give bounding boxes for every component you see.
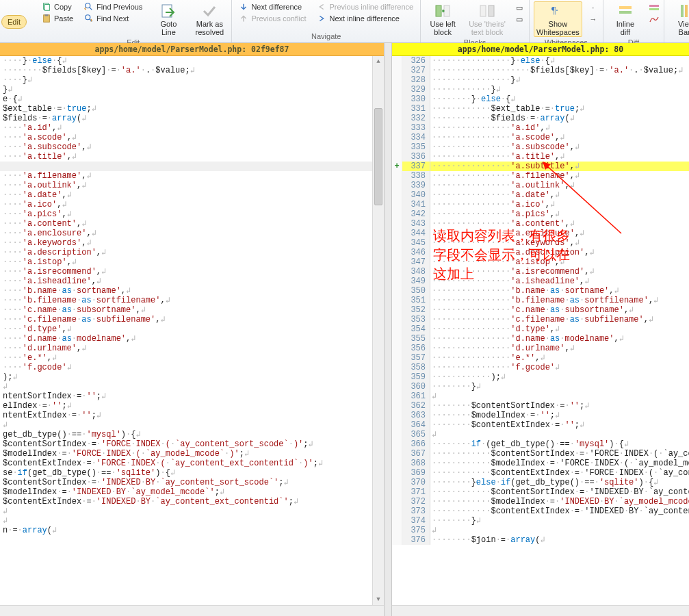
left-horizontal-scrollbar[interactable] [0, 605, 384, 616]
code-line[interactable]: 369············$contentExtIndex·=·'FORCE… [392, 468, 689, 478]
code-line[interactable]: $modelIndex·=·'FORCE·INDEX·(·`ay_model_m… [0, 449, 384, 459]
code-line[interactable]: ↲ [0, 506, 384, 516]
left-vertical-scrollbar[interactable]: ▲ ▼ [372, 56, 384, 605]
edit-mode-pill[interactable]: Edit [1, 15, 27, 29]
next-difference-button[interactable]: Next difference [236, 1, 309, 12]
code-line[interactable]: ····'a.isrecommend',↲ [0, 267, 384, 277]
code-line[interactable]: 374········}↲ [392, 516, 689, 526]
code-line[interactable]: }↲ [0, 85, 384, 94]
code-line[interactable]: 327····················$fields[$key]·=·'… [392, 66, 689, 75]
center-gutter[interactable] [385, 43, 392, 616]
code-line[interactable]: 368············$modelIndex·=·'FORCE·INDE… [392, 459, 689, 468]
code-line[interactable]: $fields·=·array(↲ [0, 114, 384, 123]
code-line[interactable]: 336················'a.title',↲ [392, 152, 689, 162]
code-line[interactable]: 361↲ [392, 392, 689, 401]
code-line[interactable]: 340················'a.date',↲ [392, 190, 689, 200]
code-line[interactable]: ····'a.istop',↲ [0, 257, 384, 267]
ws-mini-2-icon[interactable]: → [588, 14, 599, 25]
code-line[interactable]: 330········}·else·{↲ [392, 94, 689, 104]
code-line[interactable]: $contentExtIndex·=·'INDEXED·BY·`ay_conte… [0, 497, 384, 506]
code-line[interactable]: ········$fields[$key]·=·'a.'·.·$value;↲ [0, 66, 384, 75]
scroll-down-icon[interactable]: ▼ [373, 594, 384, 605]
code-line[interactable]: ····'c.filename·as·subfilename',↲ [0, 315, 384, 324]
code-line[interactable]: e·{↲ [0, 94, 384, 104]
code-line[interactable]: 363········$modelIndex·=·'';↲ [392, 411, 689, 420]
show-whitespaces-button[interactable]: ¶· Show Whitespaces [534, 1, 582, 37]
code-line[interactable]: 341················'a.ico',↲ [392, 200, 689, 209]
code-line[interactable]: ····'a.subscode',↲ [0, 142, 384, 152]
code-line[interactable]: );↲ [0, 372, 384, 382]
code-line[interactable]: 367············$contentSortIndex·=·'FORC… [392, 449, 689, 459]
code-line[interactable]: ····'a.pics',↲ [0, 209, 384, 219]
code-line[interactable]: 345················'a.keywords',↲ [392, 238, 689, 248]
code-line[interactable]: 343················'a.content',↲ [392, 219, 689, 229]
code-line[interactable] [0, 162, 384, 171]
right-code-area[interactable]: 326················}·else·{↲327·········… [392, 56, 689, 605]
code-line[interactable]: se·if(get_db_type()·==·'sqlite')·{↲ [0, 468, 384, 478]
code-line[interactable]: 347················'a.istop',↲ [392, 257, 689, 267]
code-line[interactable]: ····}·else·{↲ [0, 56, 384, 66]
inline-diff-button[interactable]: Inline diff [608, 1, 643, 37]
code-line[interactable]: 342················'a.pics',↲ [392, 209, 689, 219]
code-line[interactable]: ····}↲ [0, 75, 384, 85]
code-line[interactable]: ····'a.enclosure',↲ [0, 229, 384, 238]
code-line[interactable]: n·=·array(↲ [0, 526, 384, 535]
code-line[interactable]: 365↲ [392, 430, 689, 439]
diff-mini-2-icon[interactable] [649, 14, 660, 25]
code-line[interactable]: 371············$contentSortIndex·=·'INDE… [392, 487, 689, 497]
code-line[interactable]: 348················'a.isrecommend',↲ [392, 267, 689, 277]
code-line[interactable]: 339················'a.outlink',↲ [392, 181, 689, 190]
code-line[interactable]: 350················'b.name·as·sortname',… [392, 286, 689, 296]
code-line[interactable]: 372············$modelIndex·=·'INDEXED·BY… [392, 497, 689, 506]
diff-mini-1-icon[interactable] [649, 2, 660, 13]
mark-resolved-button[interactable]: Mark as resolved [192, 1, 227, 37]
code-line[interactable]: ····'a.outlink',↲ [0, 181, 384, 190]
code-line[interactable]: 352················'c.name·as·subsortnam… [392, 305, 689, 315]
code-line[interactable]: ····'a.description',↲ [0, 248, 384, 257]
previous-inline-diff-button[interactable]: Previous inline difference [314, 1, 416, 12]
code-line[interactable]: ↲ [0, 382, 384, 392]
code-line[interactable]: ····'b.filename·as·sortfilename',↲ [0, 296, 384, 305]
code-line[interactable]: 356················'d.urlname',↲ [392, 344, 689, 353]
code-line[interactable]: 360········}↲ [392, 382, 689, 392]
code-line[interactable]: 333················'a.id',↲ [392, 123, 689, 133]
code-line[interactable]: ····'d.type',↲ [0, 324, 384, 334]
code-line[interactable]: 335················'a.subscode',↲ [392, 142, 689, 152]
code-line[interactable]: ····'a.date',↲ [0, 190, 384, 200]
code-line[interactable]: 359············);↲ [392, 372, 689, 382]
code-line[interactable]: $contentSortIndex·=·'INDEXED·BY·`ay_cont… [0, 478, 384, 487]
code-line[interactable]: 331············$ext_table·=·true;↲ [392, 104, 689, 114]
code-line[interactable]: 351················'b.filename·as·sortfi… [392, 296, 689, 305]
code-line[interactable]: ····'a.id',↲ [0, 123, 384, 133]
paste-button[interactable]: Paste [39, 13, 76, 24]
code-line[interactable]: 357················'e.*',↲ [392, 353, 689, 363]
view-bars-button[interactable]: View Bars [668, 1, 689, 37]
code-line[interactable]: 328················}↲ [392, 75, 689, 85]
code-line[interactable]: 358················'f.gcode'↲ [392, 363, 689, 372]
code-line[interactable]: 349················'a.isheadline',↲ [392, 277, 689, 286]
code-line[interactable]: 326················}·else·{↲ [392, 56, 689, 66]
code-line[interactable]: ····'a.scode',↲ [0, 133, 384, 142]
code-line[interactable]: ····'a.isheadline',↲ [0, 277, 384, 286]
copy-button[interactable]: Copy [39, 1, 76, 12]
code-line[interactable]: 370········}else·if(get_db_type()·==·'sq… [392, 478, 689, 487]
code-line[interactable]: 355················'d.name·as·modelname'… [392, 334, 689, 344]
use-theirs-block-button[interactable]: Use 'theirs' text block [466, 1, 508, 37]
code-line[interactable]: ····'c.name·as·subsortname',↲ [0, 305, 384, 315]
code-line[interactable]: ····'a.title',↲ [0, 152, 384, 162]
code-line[interactable]: 364········$contentExtIndex·=·'';↲ [392, 420, 689, 430]
code-line[interactable]: ····'a.ico',↲ [0, 200, 384, 209]
code-line[interactable]: 354················'d.type',↲ [392, 324, 689, 334]
previous-conflict-button[interactable]: Previous conflict [236, 13, 309, 24]
code-line[interactable]: $ext_table·=·true;↲ [0, 104, 384, 114]
code-line[interactable]: ↲ [0, 420, 384, 430]
code-line[interactable]: ····'e.*',↲ [0, 353, 384, 363]
scroll-up-icon[interactable]: ▲ [373, 56, 384, 67]
code-line[interactable]: 362········$contentSortIndex·=·'';↲ [392, 401, 689, 411]
code-line[interactable]: $modelIndex·=·'INDEXED·BY·`ay_model_mcod… [0, 487, 384, 497]
find-next-button[interactable]: Find Next [81, 13, 145, 24]
next-inline-diff-button[interactable]: Next inline difference [314, 13, 416, 24]
use-left-block-button[interactable]: Use left block [425, 1, 460, 37]
ws-mini-1-icon[interactable]: · [588, 2, 599, 13]
code-line[interactable]: elIndex·=·'';↲ [0, 401, 384, 411]
